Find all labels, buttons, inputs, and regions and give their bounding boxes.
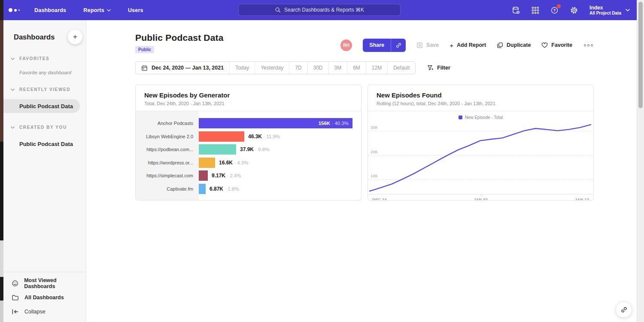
calendar-icon xyxy=(141,65,148,71)
collapse-label: Collapse xyxy=(24,309,46,315)
bar-category-label: Libsyn WebEngine 2.0 xyxy=(136,130,199,143)
bar-row[interactable]: 6.87K · 1.8% xyxy=(199,182,361,196)
nav-reports[interactable]: Reports xyxy=(83,7,111,13)
bar[interactable] xyxy=(199,184,206,194)
line-chart-svg xyxy=(368,122,593,194)
collapse-icon xyxy=(12,308,19,315)
legend-label: New Episode - Total xyxy=(465,115,503,120)
collapse-sidebar-button[interactable]: Collapse xyxy=(3,304,86,319)
copy-share-link-button[interactable] xyxy=(391,39,406,52)
favorite-label: Favorite xyxy=(551,42,572,48)
bar[interactable] xyxy=(199,131,244,142)
more-options-button[interactable] xyxy=(583,43,594,48)
nav-users[interactable]: Users xyxy=(128,7,143,13)
duplicate-button[interactable]: Duplicate xyxy=(497,42,531,49)
section-favorites[interactable]: FAVORITES xyxy=(3,56,86,61)
bar-row[interactable]: 9.17K · 2.4% xyxy=(199,169,361,182)
scrollbar-thumb[interactable] xyxy=(638,2,643,108)
sidebar: Dashboards + FAVORITES Favorite any dash… xyxy=(3,20,86,322)
report-card-new-episodes-by-generator[interactable]: New Episodes by Generator Total, Dec 24t… xyxy=(135,85,361,200)
report-card-new-episodes-found[interactable]: New Episodes Found Rolling (12 hours), t… xyxy=(368,85,594,200)
apps-grid-icon[interactable] xyxy=(531,6,540,15)
nav-dashboards[interactable]: Dashboards xyxy=(34,7,66,13)
plus-icon: + xyxy=(73,33,77,41)
card-title: New Episodes by Generator xyxy=(144,91,352,99)
main-content: Public Podcast Data Public RH Share Save xyxy=(87,20,637,322)
bar-row[interactable]: 156K · 40.3% xyxy=(199,117,361,130)
help-icon[interactable]: ? xyxy=(550,6,559,15)
preset-default[interactable]: Default xyxy=(387,62,415,74)
preset-30d[interactable]: 30D xyxy=(307,62,328,74)
project-switcher[interactable]: Index All Project Data xyxy=(589,5,630,16)
search-icon xyxy=(275,7,281,13)
preset-yesterday[interactable]: Yesterday xyxy=(255,62,289,74)
preset-3m[interactable]: 3M xyxy=(328,62,347,74)
new-dashboard-button[interactable]: + xyxy=(68,30,82,44)
date-range-picker[interactable]: Dec 24, 2020 — Jan 13, 2021 xyxy=(136,62,229,74)
gear-icon[interactable] xyxy=(569,6,579,15)
share-button-label: Share xyxy=(363,39,391,52)
data-management-icon[interactable] xyxy=(511,6,521,15)
top-navbar: Dashboards Reports Users Search Dashboar… xyxy=(2,0,637,20)
bar[interactable] xyxy=(199,144,236,155)
link-icon xyxy=(395,42,402,49)
bar-row[interactable]: 16.6K · 4.3% xyxy=(199,156,361,170)
preset-today[interactable]: Today xyxy=(229,62,255,74)
section-recently-viewed[interactable]: RECENTLY VIEWED xyxy=(3,87,86,92)
chevron-down-icon xyxy=(626,9,630,12)
most-viewed-dashboards-button[interactable]: Most Viewed Dashboards xyxy=(3,276,86,290)
preset-7d[interactable]: 7D xyxy=(289,62,307,74)
bar-chart: Anchor PodcastsLibsyn WebEngine 2.0https… xyxy=(136,111,361,200)
sidebar-item-public-podcast-data-created[interactable]: Public Podcast Data xyxy=(3,137,86,151)
save-icon xyxy=(416,42,423,49)
bar[interactable] xyxy=(199,170,208,181)
bar-category-label: Captivate.fm xyxy=(136,182,199,196)
save-button[interactable]: Save xyxy=(416,42,439,49)
folder-icon xyxy=(12,294,19,301)
preset-6m[interactable]: 6M xyxy=(347,62,366,74)
nav-dashboards-label: Dashboards xyxy=(34,7,66,13)
bar-value-label: 6.87K · 1.8% xyxy=(210,186,239,192)
bar-row[interactable]: 46.3K · 11.9% xyxy=(199,130,361,143)
add-report-button[interactable]: + Add Report xyxy=(450,42,486,49)
section-created-by-you[interactable]: CREATED BY YOU xyxy=(3,125,86,130)
preset-12m[interactable]: 12M xyxy=(366,62,387,74)
chevron-down-icon xyxy=(11,88,15,91)
bar-chart-bars: 156K · 40.3%46.3K · 11.9%37.9K · 9.8%16.… xyxy=(199,111,361,200)
bar-row[interactable]: 37.9K · 9.8% xyxy=(199,143,361,156)
axis-tick xyxy=(481,194,481,196)
sidebar-item-public-podcast-data[interactable]: Public Podcast Data xyxy=(3,99,80,113)
line-chart-x-axis: DEC 24JAN 03JAN 13 xyxy=(368,194,593,200)
favorite-button[interactable]: Favorite xyxy=(541,42,572,49)
chevron-down-icon xyxy=(11,58,15,60)
bar-value-label: 156K · 40.3% xyxy=(319,121,349,126)
bar-value-label: 9.17K · 2.4% xyxy=(212,173,241,179)
filter-button[interactable]: Filter xyxy=(427,64,450,71)
floating-share-link-button[interactable] xyxy=(616,301,632,318)
section-favorites-label: FAVORITES xyxy=(19,56,49,61)
all-dashboards-button[interactable]: All Dashboards xyxy=(3,290,86,304)
bar-chart-labels: Anchor PodcastsLibsyn WebEngine 2.0https… xyxy=(136,111,199,200)
bar[interactable]: 156K · 40.3% xyxy=(199,118,352,128)
nav-reports-label: Reports xyxy=(83,7,104,13)
bar-value-label: 46.3K · 11.9% xyxy=(248,134,280,140)
bar[interactable] xyxy=(199,158,215,168)
nav-users-label: Users xyxy=(128,7,143,13)
date-range-label: Dec 24, 2020 — Jan 13, 2021 xyxy=(152,65,224,71)
bar-category-label: https://wordpress.or... xyxy=(136,156,199,170)
bar-value-label: 16.6K · 4.3% xyxy=(219,160,248,166)
sidebar-title: Dashboards xyxy=(14,33,55,41)
search-input[interactable]: Search Dashboards & Reports ⌘K xyxy=(238,4,401,16)
duplicate-icon xyxy=(497,42,503,49)
card-subtitle: Rolling (12 hours), total, Dec 24th, 202… xyxy=(377,101,585,106)
avatar[interactable]: RH xyxy=(340,39,352,51)
notification-dot xyxy=(557,4,561,8)
x-axis-tick-label: JAN 03 xyxy=(474,197,488,200)
share-button[interactable]: Share xyxy=(363,39,406,52)
smiley-icon xyxy=(12,280,18,287)
vertical-scrollbar[interactable] xyxy=(637,0,644,322)
bar-category-label: https://simplecast.com xyxy=(136,169,199,182)
legend-swatch xyxy=(459,115,462,119)
logo-dots-icon[interactable] xyxy=(9,8,20,12)
bar-value-label: 37.9K · 9.8% xyxy=(240,146,269,152)
